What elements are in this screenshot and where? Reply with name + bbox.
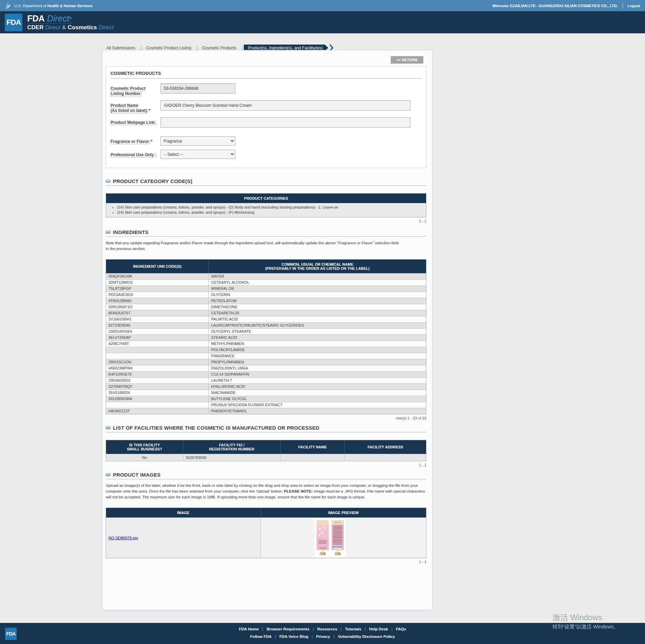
- breadcrumb-item[interactable]: All Submissions: [103, 46, 139, 50]
- logout-link[interactable]: Logout: [628, 4, 640, 8]
- facilities-pagination: 1 - 1: [106, 463, 426, 467]
- ingredient-row: T5L8T28FGPMINERAL OIL: [106, 285, 426, 292]
- product-label-preview[interactable]: SADOER SADOER: [315, 519, 346, 557]
- footer-link-divider: |: [341, 627, 342, 631]
- footer-link[interactable]: Help Desk: [369, 627, 388, 631]
- collapse-icon[interactable]: [106, 426, 111, 429]
- hhs-utility-bar: U.S. Department of Health & Human Servic…: [0, 0, 645, 11]
- fragrance-flavor-label: Fragrance or Flavor:*: [111, 136, 160, 146]
- facility-small-business: No: [106, 454, 183, 461]
- facility-fei: 3029783090: [183, 454, 281, 461]
- collapse-icon[interactable]: [106, 473, 111, 476]
- listing-number-label: Cosmetic Product Listing Number:: [111, 83, 160, 96]
- professional-use-select[interactable]: -- Select --: [160, 150, 235, 159]
- footer-link[interactable]: FDA Home: [239, 627, 259, 631]
- ingredient-name: BUTYLENE GLYCOL: [209, 396, 426, 402]
- ingredient-unii: PDC6A3C0OX: [106, 292, 209, 298]
- facilities-col-small-business: IS THIS FACILITY SMALL BUSINESS?: [106, 440, 183, 454]
- cherry-blossom-art: [317, 525, 329, 539]
- listing-number-row: Cosmetic Product Listing Number:: [111, 83, 421, 96]
- ingredient-row: A2I8C7HI9TMETHYLPARABEN: [106, 341, 426, 347]
- ingredient-unii: Z95S6G8201: [106, 378, 209, 383]
- ingredient-unii: 059QF0KO0R: [106, 274, 209, 279]
- ingredient-row: 4T6H12BN9UPETROLATUM: [106, 298, 426, 304]
- ingredient-name: GLYCERIN: [209, 292, 426, 298]
- ingredients-col-unii: INGREDIENT UNII CODE(S): [106, 260, 209, 273]
- ingredient-unii: 230OU9XXE4: [106, 329, 209, 334]
- category-section-title: PRODUCT CATEGORY CODE(S): [113, 178, 192, 184]
- fda-logo: FDA: [5, 14, 22, 31]
- footer-link-divider: |: [275, 634, 276, 639]
- required-asterisk: *: [151, 139, 153, 144]
- subtitle-cosmetics: Cosmetics: [68, 24, 97, 31]
- subtitle-cder: CDER: [27, 24, 44, 31]
- image-file-link[interactable]: NO.SD86976.jpg: [108, 536, 138, 540]
- footer-link[interactable]: Resources: [317, 627, 337, 631]
- facilities-table: IS THIS FACILITY SMALL BUSINESS? FACILIT…: [106, 440, 426, 461]
- footer-link[interactable]: Vulnerability Disclosure Policy: [338, 634, 395, 639]
- webpage-link-input[interactable]: [160, 117, 410, 128]
- ingredient-unii: T5L8T28FGP: [106, 286, 209, 292]
- card-heading-rule: [111, 78, 421, 79]
- image-file-cell: NO.SD86976.jpg: [106, 518, 261, 558]
- ingredient-row: 25X51I8RD4NIACINAMIDE: [106, 390, 426, 396]
- product-name-label: Product Name (As listed on label):*: [111, 100, 160, 113]
- ingredient-unii: 4ELV7Z65AP: [106, 335, 209, 341]
- footer-link[interactable]: Privacy: [316, 634, 330, 639]
- tube-cap: [319, 552, 326, 555]
- app-title: FDA Direct® CDER Direct & Cosmetics Dire…: [27, 14, 114, 31]
- ingredient-unii: A2I8C7HI9T: [106, 341, 209, 347]
- ingredient-unii: 2DMT128M1S: [106, 280, 209, 285]
- ingredient-unii: 92RU3N3Y1O: [106, 304, 209, 310]
- ingredient-name: LAURIC/MYRISTIC/PALMITIC/STEARIC GLYCERI…: [209, 323, 426, 328]
- subtitle-direct-1: Direct: [45, 24, 60, 31]
- product-label-back: SADOER: [332, 520, 344, 556]
- category-list: (14) Skin care preparations (creams, lot…: [117, 205, 425, 215]
- image-row: NO.SD86976.jpg SADOER: [106, 517, 426, 558]
- ingredient-row: 230OU9XXE4GLYCERYL STEARATE: [106, 328, 426, 334]
- product-label-front: SADOER: [317, 520, 329, 556]
- footer-link[interactable]: Browser Requirements: [267, 627, 309, 631]
- collapse-icon[interactable]: [106, 231, 111, 234]
- section-rule: [106, 479, 426, 479]
- footer-link[interactable]: Follow FDA: [250, 634, 272, 639]
- breadcrumb-item[interactable]: Cosmetic Product Listing: [143, 46, 195, 50]
- ingredient-name: CETEARETH-25: [209, 310, 426, 316]
- footer-link-divider: |: [262, 627, 263, 631]
- footer-link[interactable]: FDA Voice Blog: [279, 634, 308, 639]
- ingredient-row: POLYACRYLAMIDE: [106, 347, 426, 353]
- category-item: (14) Skin care preparations (creams, lot…: [117, 205, 425, 210]
- ingredients-note: Note that any update regarding Fragrance…: [106, 240, 427, 252]
- ingredient-row: 2DMT128M1SCETEARYL ALCOHOL: [106, 279, 426, 285]
- ingredient-unii: H5RIZ3MPW4: [106, 365, 209, 371]
- footer-link-divider: |: [391, 627, 392, 631]
- ingredient-name: NIACINAMIDE: [209, 390, 426, 396]
- facilities-section-header: LIST OF FACILITIES WHERE THE COSMETIC IS…: [106, 420, 426, 431]
- ingredient-row: H5RIZ3MPW4DIAZOLIDINYL UREA: [106, 365, 426, 371]
- footer-link[interactable]: FAQs: [396, 627, 406, 631]
- ingredient-row: PDC6A3C0OXGLYCERIN: [106, 292, 426, 298]
- product-name-input[interactable]: [160, 100, 410, 111]
- listing-number-input[interactable]: [160, 83, 235, 94]
- ingredient-unii: 2V16EO95H1: [106, 316, 209, 322]
- collapse-icon[interactable]: [106, 180, 111, 183]
- ingredient-name: FRAGRANCE: [209, 353, 426, 359]
- welcome-user-label: Welcome GZAILIAN.LTD - GUANGZHOU AILIAN …: [492, 4, 618, 8]
- ingredient-unii: S270N0TRQY: [106, 384, 209, 390]
- return-button[interactable]: << RETURN: [391, 56, 423, 64]
- ingredient-unii: 4T6H12BN9U: [106, 298, 209, 304]
- ingredient-row: 3XUS85K0RABUTYLENE GLYCOL: [106, 396, 426, 402]
- ingredients-pagination: row(s) 1 - 23 of 23: [106, 416, 426, 420]
- ingredient-unii: [106, 402, 209, 408]
- section-rule: [106, 236, 426, 237]
- ingredient-name: CETEARYL ALCOHOL: [209, 280, 426, 285]
- ingredient-unii: HIE492ZZ3T: [106, 408, 209, 414]
- ingredients-col-name: COMMON, USUAL OR CHEMICAL NAME (PREFERAB…: [209, 260, 426, 273]
- ingredient-unii: 82TZ9D9546: [106, 323, 209, 328]
- ingredient-row: 059QF0KO0RWATER: [106, 273, 426, 279]
- images-col-image: IMAGE: [106, 508, 261, 517]
- fragrance-flavor-select[interactable]: Fragrance: [160, 136, 235, 146]
- breadcrumb-item[interactable]: Cosmetic Products: [199, 46, 240, 50]
- webpage-link-label: Product Webpage Link:: [111, 117, 160, 128]
- footer-link[interactable]: Tutorials: [345, 627, 361, 631]
